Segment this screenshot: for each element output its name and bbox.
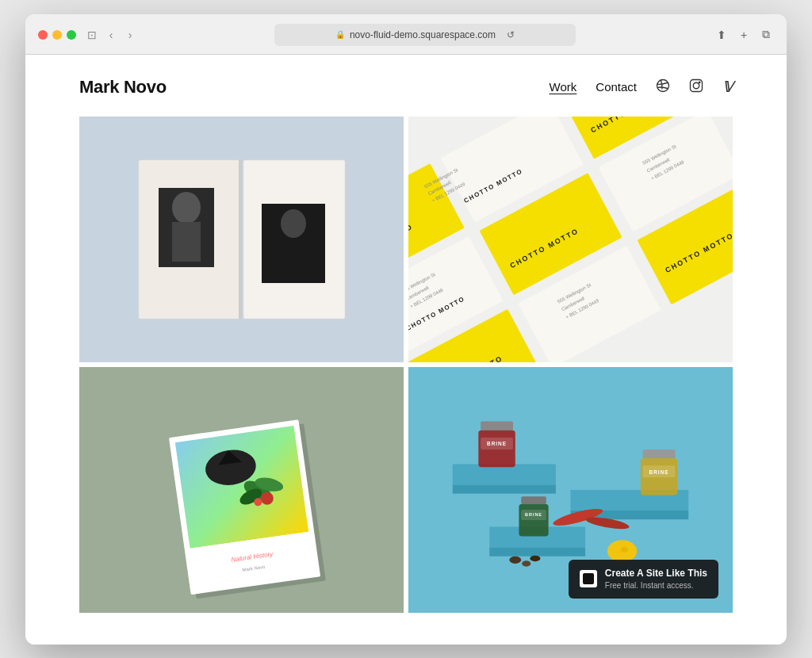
banner-title: Create A Site Like This: [605, 568, 707, 580]
portfolio-item-book-bw[interactable]: [79, 117, 404, 362]
svg-rect-60: [481, 421, 513, 430]
new-tab-button[interactable]: +: [736, 27, 752, 43]
url-text: novo-fluid-demo.squarespace.com: [350, 29, 496, 40]
lock-icon: 🔒: [335, 30, 345, 39]
svg-rect-1: [691, 79, 703, 91]
squarespace-text: Create A Site Like This Free trial. Inst…: [605, 568, 707, 591]
browser-actions: ⬆ + ⧉: [714, 27, 774, 43]
nav-work[interactable]: Work: [550, 80, 577, 94]
refresh-icon[interactable]: ↺: [507, 29, 515, 40]
svg-point-75: [522, 560, 530, 566]
forward-button[interactable]: ›: [124, 29, 136, 41]
svg-rect-54: [453, 464, 556, 484]
svg-rect-65: [519, 503, 548, 536]
svg-point-76: [530, 555, 540, 560]
browser-chrome: ⊡ ‹ › 🔒 novo-fluid-demo.squarespace.com …: [25, 14, 787, 55]
close-button[interactable]: [38, 30, 48, 40]
svg-rect-9: [172, 222, 201, 262]
business-cards-image: CHOTTO MOTTO 555 Wellington St Camberwel…: [408, 117, 733, 362]
copy-button[interactable]: ⧉: [758, 27, 774, 43]
instagram-icon[interactable]: [689, 78, 703, 96]
book-bw-image: [79, 117, 404, 362]
svg-point-78: [621, 546, 628, 552]
svg-point-0: [657, 79, 669, 91]
maximize-button[interactable]: [67, 30, 76, 40]
svg-point-3: [699, 82, 700, 83]
nav-contact[interactable]: Contact: [596, 80, 637, 94]
site-header: Mark Novo Work Contact: [79, 55, 733, 117]
svg-point-11: [281, 209, 306, 238]
svg-rect-42: [174, 426, 308, 549]
sidebar-toggle-button[interactable]: ⊡: [86, 29, 98, 41]
svg-text:BRINE: BRINE: [525, 512, 542, 517]
svg-text:BRINE: BRINE: [649, 469, 669, 474]
colorful-book-image: Natural History Mark Novo: [79, 367, 404, 613]
svg-rect-68: [643, 449, 676, 457]
share-button[interactable]: ⬆: [714, 27, 730, 43]
squarespace-icon: [580, 570, 597, 587]
svg-point-74: [509, 556, 521, 563]
browser-window: ⊡ ‹ › 🔒 novo-fluid-demo.squarespace.com …: [25, 14, 787, 645]
cards-svg: CHOTTO MOTTO 555 Wellington St Camberwel…: [408, 117, 733, 362]
site-title: Mark Novo: [79, 77, 167, 98]
svg-rect-59: [489, 547, 585, 556]
vimeo-icon[interactable]: 𝕍: [722, 78, 733, 96]
address-bar[interactable]: 🔒 novo-fluid-demo.squarespace.com ↺: [274, 24, 576, 46]
portfolio-item-business-cards[interactable]: CHOTTO MOTTO 555 Wellington St Camberwel…: [408, 117, 733, 362]
site-nav: Work Contact: [550, 78, 733, 96]
site-content: Mark Novo Work Contact: [25, 55, 787, 645]
portfolio-item-book-colorful[interactable]: Natural History Mark Novo: [79, 367, 404, 613]
svg-text:BRINE: BRINE: [487, 441, 507, 446]
banner-subtitle: Free trial. Instant access.: [605, 580, 707, 591]
book-svg: [123, 144, 361, 335]
svg-point-8: [172, 192, 201, 224]
back-button[interactable]: ‹: [105, 29, 117, 41]
svg-point-2: [693, 82, 699, 89]
book2-svg: Natural History Mark Novo: [131, 371, 353, 609]
squarespace-banner[interactable]: Create A Site Like This Free trial. Inst…: [569, 560, 718, 599]
dribbble-icon[interactable]: [656, 78, 670, 96]
squarespace-logo: [583, 573, 594, 584]
minimize-button[interactable]: [52, 30, 62, 40]
portfolio-item-brine-jars[interactable]: BRINE BRINE BRINE: [408, 367, 733, 613]
svg-rect-55: [453, 484, 556, 493]
browser-controls: ⊡ ‹ ›: [86, 29, 136, 41]
svg-rect-64: [521, 496, 546, 503]
traffic-lights: [38, 30, 76, 40]
portfolio-grid: CHOTTO MOTTO 555 Wellington St Camberwel…: [79, 117, 733, 613]
